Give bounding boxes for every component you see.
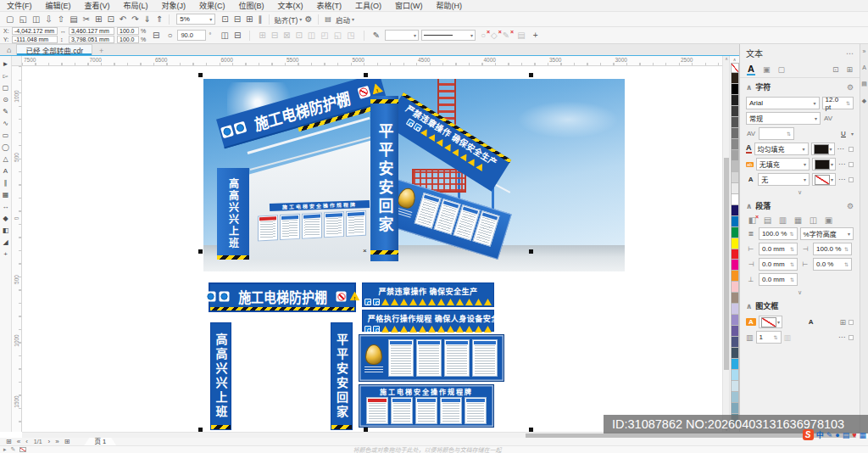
show-rulers-icon[interactable]: ⊟ [231, 15, 243, 24]
connector-tool[interactable]: ◆ [0, 213, 11, 224]
flat-vertical-banner-left[interactable]: 高高兴兴上班 [210, 322, 231, 430]
flat-vertical-banner-right[interactable]: 平平安安回家 [331, 322, 353, 430]
text-tool[interactable]: A [0, 165, 11, 176]
spinner-icon[interactable]: ⇅ [844, 246, 849, 252]
clear-effects-icon[interactable]: ◇ [488, 31, 500, 40]
ime-favorite-icon[interactable]: ♥ [852, 431, 856, 439]
selection-handle[interactable] [529, 249, 533, 254]
docker-collapse-icon[interactable]: » [863, 48, 866, 54]
guidelines-icon[interactable]: ∥ [256, 15, 265, 24]
outline-width-select[interactable]: ▾ [385, 30, 419, 41]
new-document-icon[interactable]: ▢ [3, 15, 16, 24]
color-swatch[interactable] [731, 193, 739, 205]
ime-pen-icon[interactable]: ✎ [826, 431, 833, 439]
menu-item[interactable]: 窗口(W) [388, 0, 430, 12]
outline-color-swatch[interactable]: ▾ [812, 173, 836, 186]
color-swatch[interactable] [731, 336, 739, 348]
selection-handle[interactable] [364, 73, 368, 77]
toggle-checkbox[interactable] [849, 320, 854, 325]
zoom-tool[interactable]: ⊙ [0, 94, 11, 105]
color-swatch[interactable] [731, 303, 739, 315]
frame-color-swatch[interactable]: ▾ [759, 316, 782, 328]
alignment-button[interactable]: ◫ [807, 215, 820, 225]
font-family-select[interactable]: Arial▾ [746, 97, 820, 109]
intersect-icon[interactable]: ◰ [318, 31, 331, 40]
scale-x-field[interactable]: 100.0 [117, 27, 139, 35]
polygon-tool[interactable]: △ [0, 154, 11, 165]
color-swatch[interactable] [731, 369, 739, 381]
color-swatch[interactable] [731, 270, 739, 282]
color-swatch[interactable] [731, 138, 739, 150]
next-page-icon[interactable]: › [46, 439, 53, 445]
page-list-icon[interactable]: ⊞ [62, 439, 73, 445]
pick-tool[interactable]: ► [0, 59, 11, 70]
toggle-checkbox[interactable] [849, 162, 854, 167]
symbols-docker-tab-icon[interactable]: ◆ [862, 98, 866, 104]
open-icon[interactable]: ◱ [16, 15, 29, 24]
menu-item[interactable]: 位图(B) [232, 0, 271, 12]
page-tab[interactable]: 页 1 [84, 438, 116, 445]
flip-horizontal-icon[interactable]: ◫ [218, 31, 231, 40]
docker-menu-icon[interactable]: ⋯ [846, 49, 854, 58]
rectangle-tool[interactable]: ▭ [0, 130, 11, 141]
section-gear-icon[interactable]: ⚙ [847, 83, 854, 92]
paste-icon[interactable]: ⊡ [104, 15, 116, 24]
simplify-icon[interactable]: ◱ [331, 31, 344, 40]
menu-item[interactable]: 文本(X) [271, 0, 310, 12]
text-wrap-icon[interactable]: ▤ [515, 31, 527, 40]
shape-tool[interactable]: ▻ [0, 70, 11, 81]
outline-type-select[interactable]: 无▾ [758, 173, 810, 186]
spinner-icon[interactable]: ⇅ [790, 261, 794, 267]
cut-icon[interactable]: ✂ [81, 15, 92, 24]
selection-handle[interactable] [529, 73, 533, 77]
interactive-fill-tool[interactable]: ◢ [0, 237, 11, 248]
menu-item[interactable]: 效果(C) [192, 0, 232, 12]
scale-y-field[interactable]: 100.0 [117, 36, 139, 43]
add-tool-button[interactable]: + [0, 249, 11, 260]
document-tab[interactable]: 已经 全部转曲.cdr [16, 44, 92, 55]
color-swatch[interactable] [731, 149, 739, 161]
spinner-icon[interactable]: ⇅ [787, 131, 791, 137]
flat-title-banner[interactable]: 施工电梯防护棚 ! [209, 282, 356, 312]
color-swatch[interactable] [731, 94, 739, 106]
menu-item[interactable]: 工具(O) [348, 0, 388, 12]
color-swatch[interactable] [731, 105, 739, 117]
flat-bell-panel[interactable] [359, 334, 504, 382]
more-options-icon[interactable]: ⋯ [838, 333, 846, 341]
ime-chinese-icon[interactable]: 中 [816, 429, 824, 440]
color-swatch[interactable] [731, 204, 739, 216]
ime-grid-icon[interactable]: ▦ [859, 431, 866, 439]
collapse-icon[interactable]: ∧ [746, 202, 752, 210]
collapse-icon[interactable]: ∧ [746, 302, 752, 310]
color-swatch[interactable] [731, 215, 739, 227]
color-swatch[interactable] [731, 402, 739, 414]
color-swatch[interactable] [731, 380, 739, 392]
spinner-icon[interactable]: ⇅ [846, 100, 850, 106]
print-icon[interactable]: ▤ [67, 15, 80, 24]
new-document-tab-button[interactable]: + [92, 47, 110, 55]
menu-item[interactable]: 布局(L) [117, 0, 155, 12]
rotation-angle-field[interactable]: 90.0 [177, 30, 206, 41]
dimension-tool[interactable]: ↔ [0, 201, 11, 212]
tab-frame-icon[interactable]: ▢ [777, 65, 785, 74]
clear-transform-icon[interactable]: ✎ [500, 31, 512, 40]
indent-right-field[interactable]: 0.0 mm⇅ [759, 258, 798, 271]
first-line-indent-field[interactable]: 0.0 mm⇅ [759, 273, 798, 286]
line-style-select[interactable]: ▾ [421, 30, 476, 41]
color-swatch[interactable] [731, 226, 739, 238]
alignment-button[interactable]: ▤ [761, 215, 774, 225]
flat-slogan-banner-1[interactable]: 严禁违章操作 确保安全生产 [362, 282, 494, 307]
text-docker-tab-icon[interactable]: A [862, 64, 866, 70]
trim-icon[interactable]: ◫ [305, 31, 318, 40]
color-swatch[interactable] [731, 391, 739, 403]
spinner-icon[interactable]: ⇅ [790, 277, 794, 282]
weld-icon[interactable]: ⊡ [292, 31, 304, 40]
menu-item[interactable]: 编辑(E) [39, 0, 78, 12]
ruler-origin-corner[interactable] [12, 56, 22, 66]
first-page-icon[interactable]: « [14, 439, 23, 445]
menu-item[interactable]: 文件(F) [0, 0, 39, 12]
fill-status-swatch[interactable] [19, 447, 26, 452]
group-icon[interactable]: ◳ [344, 31, 357, 40]
color-swatch[interactable] [731, 116, 739, 128]
last-page-icon[interactable]: » [53, 439, 61, 445]
